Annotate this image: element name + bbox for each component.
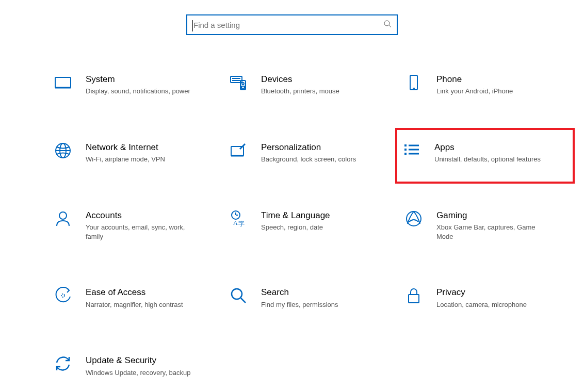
tile-text: System Display, sound, notifications, po… — [86, 73, 190, 96]
search-container — [0, 0, 584, 35]
tile-title: Gaming — [436, 210, 545, 221]
tile-apps[interactable]: Apps Uninstall, defaults, optional featu… — [395, 128, 575, 184]
tile-desc: Uninstall, defaults, optional features — [434, 155, 541, 164]
search-category-icon — [229, 286, 250, 307]
devices-icon — [229, 73, 250, 94]
tile-text: Personalization Background, lock screen,… — [261, 141, 356, 164]
tile-text: Update & Security Windows Update, recove… — [86, 354, 191, 377]
globe-icon — [54, 141, 74, 162]
tile-privacy[interactable]: Privacy Location, camera, microphone — [402, 284, 567, 311]
tile-title: Time & Language — [261, 210, 330, 221]
svg-point-0 — [384, 21, 390, 26]
tile-search[interactable]: Search Find my files, permissions — [227, 284, 392, 311]
tile-personalization[interactable]: Personalization Background, lock screen,… — [227, 139, 392, 166]
personalization-icon — [229, 141, 250, 162]
tile-title: Privacy — [436, 287, 527, 298]
apps-icon — [402, 141, 423, 162]
tile-title: Devices — [261, 74, 339, 85]
tile-title: Phone — [436, 74, 513, 85]
gaming-icon — [404, 209, 425, 230]
ease-of-access-icon — [54, 286, 74, 307]
tile-time-language[interactable]: A 字 Time & Language Speech, region, date — [227, 207, 392, 243]
update-icon — [54, 354, 74, 375]
svg-rect-10 — [410, 75, 417, 90]
tile-desc: Bluetooth, printers, mouse — [261, 87, 339, 96]
tile-title: Apps — [434, 142, 541, 153]
tile-title: System — [86, 74, 190, 85]
system-icon — [54, 73, 74, 94]
svg-line-1 — [389, 25, 391, 27]
tile-text: Ease of Access Narrator, magnifier, high… — [86, 286, 183, 309]
tile-desc: Location, camera, microphone — [436, 300, 527, 309]
tile-title: Personalization — [261, 142, 356, 153]
tile-text: Search Find my files, permissions — [261, 286, 338, 309]
tile-title: Search — [261, 287, 338, 298]
tile-title: Network & Internet — [86, 142, 165, 153]
svg-point-8 — [242, 83, 244, 85]
tile-title: Update & Security — [86, 355, 191, 366]
lock-icon — [404, 286, 425, 307]
svg-text:字: 字 — [238, 220, 245, 227]
tile-desc: Narrator, magnifier, high contrast — [86, 300, 183, 309]
tile-text: Network & Internet Wi-Fi, airplane mode,… — [86, 141, 165, 164]
svg-point-23 — [59, 212, 67, 219]
svg-rect-2 — [55, 77, 71, 88]
tile-desc: Link your Android, iPhone — [436, 87, 513, 96]
svg-line-32 — [241, 298, 246, 303]
search-icon — [383, 20, 392, 30]
svg-rect-18 — [404, 149, 407, 151]
svg-point-29 — [407, 211, 421, 226]
tile-update-security[interactable]: Update & Security Windows Update, recove… — [52, 352, 217, 379]
search-input[interactable] — [192, 20, 383, 30]
tile-text: Gaming Xbox Game Bar, captures, Game Mod… — [436, 209, 545, 241]
tile-gaming[interactable]: Gaming Xbox Game Bar, captures, Game Mod… — [402, 207, 567, 243]
phone-icon — [404, 73, 425, 94]
tile-devices[interactable]: Devices Bluetooth, printers, mouse — [227, 71, 392, 98]
svg-rect-33 — [409, 295, 419, 303]
text-cursor — [192, 20, 193, 31]
tile-desc: Xbox Game Bar, captures, Game Mode — [436, 223, 545, 241]
svg-point-31 — [232, 289, 242, 299]
tile-text: Phone Link your Android, iPhone — [436, 73, 513, 96]
svg-point-30 — [61, 294, 64, 297]
settings-grid: System Display, sound, notifications, po… — [0, 71, 584, 379]
svg-rect-9 — [241, 86, 245, 88]
tile-desc: Display, sound, notifications, power — [86, 87, 190, 96]
tile-title: Accounts — [86, 210, 194, 221]
svg-rect-17 — [404, 144, 407, 146]
tile-phone[interactable]: Phone Link your Android, iPhone — [402, 71, 567, 98]
search-box[interactable] — [186, 14, 398, 35]
tile-text: Accounts Your accounts, email, sync, wor… — [86, 209, 194, 241]
tile-desc: Your accounts, email, sync, work, family — [86, 223, 194, 241]
tile-system[interactable]: System Display, sound, notifications, po… — [52, 71, 217, 98]
time-language-icon: A 字 — [229, 209, 250, 230]
svg-rect-19 — [404, 153, 407, 155]
tile-desc: Wi-Fi, airplane mode, VPN — [86, 155, 165, 164]
tile-text: Devices Bluetooth, printers, mouse — [261, 73, 339, 96]
tile-desc: Find my files, permissions — [261, 300, 338, 309]
svg-text:A: A — [233, 219, 238, 226]
tile-network[interactable]: Network & Internet Wi-Fi, airplane mode,… — [52, 139, 217, 166]
tile-desc: Background, lock screen, colors — [261, 155, 356, 164]
tile-desc: Windows Update, recovery, backup — [86, 368, 191, 378]
tile-desc: Speech, region, date — [261, 223, 330, 232]
tile-text: Apps Uninstall, defaults, optional featu… — [434, 141, 541, 164]
accounts-icon — [54, 209, 74, 230]
tile-text: Time & Language Speech, region, date — [261, 209, 330, 232]
tile-title: Ease of Access — [86, 287, 183, 298]
tile-accounts[interactable]: Accounts Your accounts, email, sync, wor… — [52, 207, 217, 243]
tile-text: Privacy Location, camera, microphone — [436, 286, 527, 309]
tile-ease-of-access[interactable]: Ease of Access Narrator, magnifier, high… — [52, 284, 217, 311]
